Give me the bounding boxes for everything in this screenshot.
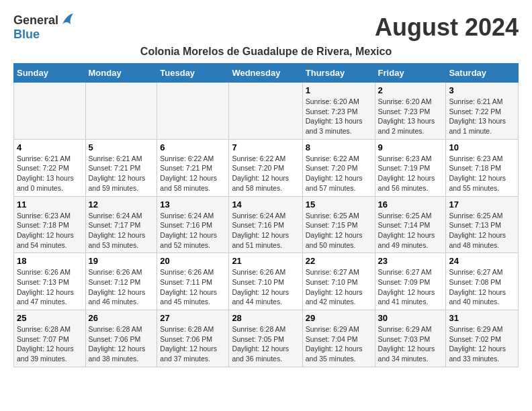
day-number: 10 (449, 142, 515, 152)
day-number: 21 (232, 256, 299, 266)
day-number: 8 (306, 142, 372, 152)
subtitle: Colonia Morelos de Guadalupe de Rivera, … (13, 46, 519, 58)
calendar-cell: 12Sunrise: 6:24 AM Sunset: 7:17 PM Dayli… (85, 196, 157, 253)
day-number: 9 (378, 142, 443, 152)
calendar-cell: 6Sunrise: 6:22 AM Sunset: 7:21 PM Daylig… (157, 139, 229, 196)
day-info: Sunrise: 6:22 AM Sunset: 7:20 PM Dayligh… (306, 154, 372, 193)
calendar-cell (157, 83, 229, 140)
day-number: 22 (306, 256, 372, 266)
calendar-cell: 3Sunrise: 6:21 AM Sunset: 7:22 PM Daylig… (446, 83, 519, 140)
day-number: 3 (449, 85, 515, 95)
calendar-cell: 22Sunrise: 6:27 AM Sunset: 7:10 PM Dayli… (302, 253, 375, 310)
calendar-cell: 31Sunrise: 6:29 AM Sunset: 7:02 PM Dayli… (446, 310, 519, 367)
day-info: Sunrise: 6:25 AM Sunset: 7:15 PM Dayligh… (306, 211, 372, 250)
calendar-cell: 27Sunrise: 6:28 AM Sunset: 7:06 PM Dayli… (157, 310, 229, 367)
day-info: Sunrise: 6:22 AM Sunset: 7:20 PM Dayligh… (232, 154, 299, 193)
day-info: Sunrise: 6:26 AM Sunset: 7:10 PM Dayligh… (232, 267, 299, 307)
calendar-header-thursday: Thursday (302, 64, 375, 83)
day-info: Sunrise: 6:28 AM Sunset: 7:07 PM Dayligh… (17, 324, 83, 364)
header: General Blue August 2024 (13, 13, 519, 42)
calendar-cell: 17Sunrise: 6:25 AM Sunset: 7:13 PM Dayli… (446, 196, 519, 253)
calendar-cell: 25Sunrise: 6:28 AM Sunset: 7:07 PM Dayli… (14, 310, 86, 367)
calendar-cell: 15Sunrise: 6:25 AM Sunset: 7:15 PM Dayli… (302, 196, 375, 253)
calendar-cell: 21Sunrise: 6:26 AM Sunset: 7:10 PM Dayli… (229, 253, 302, 310)
day-info: Sunrise: 6:26 AM Sunset: 7:11 PM Dayligh… (160, 267, 226, 307)
day-number: 31 (449, 313, 515, 323)
calendar-cell: 13Sunrise: 6:24 AM Sunset: 7:16 PM Dayli… (157, 196, 229, 253)
day-number: 27 (160, 313, 226, 323)
day-info: Sunrise: 6:28 AM Sunset: 7:06 PM Dayligh… (89, 324, 154, 364)
calendar-week-row: 11Sunrise: 6:23 AM Sunset: 7:18 PM Dayli… (14, 196, 519, 253)
day-info: Sunrise: 6:25 AM Sunset: 7:13 PM Dayligh… (449, 211, 515, 250)
day-info: Sunrise: 6:23 AM Sunset: 7:19 PM Dayligh… (378, 154, 443, 193)
calendar-cell: 29Sunrise: 6:29 AM Sunset: 7:04 PM Dayli… (302, 310, 375, 367)
calendar-header-monday: Monday (85, 64, 157, 83)
calendar-header-sunday: Sunday (14, 64, 86, 83)
calendar-cell: 20Sunrise: 6:26 AM Sunset: 7:11 PM Dayli… (157, 253, 229, 310)
calendar-table: SundayMondayTuesdayWednesdayThursdayFrid… (13, 63, 519, 367)
day-number: 17 (449, 199, 515, 210)
day-info: Sunrise: 6:28 AM Sunset: 7:06 PM Dayligh… (160, 324, 226, 364)
calendar-cell: 23Sunrise: 6:27 AM Sunset: 7:09 PM Dayli… (375, 253, 446, 310)
day-number: 11 (17, 199, 83, 210)
day-number: 6 (160, 142, 226, 152)
calendar-cell: 16Sunrise: 6:25 AM Sunset: 7:14 PM Dayli… (375, 196, 446, 253)
calendar-cell: 19Sunrise: 6:26 AM Sunset: 7:12 PM Dayli… (85, 253, 157, 310)
calendar-header-wednesday: Wednesday (229, 64, 302, 83)
calendar-cell: 9Sunrise: 6:23 AM Sunset: 7:19 PM Daylig… (375, 139, 446, 196)
calendar-week-row: 18Sunrise: 6:26 AM Sunset: 7:13 PM Dayli… (14, 253, 519, 310)
day-info: Sunrise: 6:26 AM Sunset: 7:13 PM Dayligh… (17, 267, 83, 307)
calendar-header-friday: Friday (375, 64, 446, 83)
calendar-cell: 2Sunrise: 6:20 AM Sunset: 7:23 PM Daylig… (375, 83, 446, 140)
day-number: 28 (232, 313, 299, 323)
calendar-cell (14, 83, 86, 140)
day-number: 13 (160, 199, 226, 210)
logo-blue: Blue (13, 28, 40, 42)
calendar-cell: 24Sunrise: 6:27 AM Sunset: 7:08 PM Dayli… (446, 253, 519, 310)
day-info: Sunrise: 6:29 AM Sunset: 7:04 PM Dayligh… (306, 324, 372, 364)
day-number: 20 (160, 256, 226, 266)
day-info: Sunrise: 6:28 AM Sunset: 7:05 PM Dayligh… (232, 324, 299, 364)
calendar-cell (85, 83, 157, 140)
calendar-cell: 7Sunrise: 6:22 AM Sunset: 7:20 PM Daylig… (229, 139, 302, 196)
day-info: Sunrise: 6:27 AM Sunset: 7:10 PM Dayligh… (306, 267, 372, 307)
calendar-week-row: 4Sunrise: 6:21 AM Sunset: 7:22 PM Daylig… (14, 139, 519, 196)
calendar-cell: 5Sunrise: 6:21 AM Sunset: 7:21 PM Daylig… (85, 139, 157, 196)
day-info: Sunrise: 6:22 AM Sunset: 7:21 PM Dayligh… (160, 154, 226, 193)
calendar-week-row: 25Sunrise: 6:28 AM Sunset: 7:07 PM Dayli… (14, 310, 519, 367)
day-number: 15 (306, 199, 372, 210)
calendar-cell: 1Sunrise: 6:20 AM Sunset: 7:23 PM Daylig… (302, 83, 375, 140)
day-info: Sunrise: 6:24 AM Sunset: 7:16 PM Dayligh… (160, 211, 226, 250)
day-number: 7 (232, 142, 299, 152)
day-info: Sunrise: 6:27 AM Sunset: 7:08 PM Dayligh… (449, 267, 515, 307)
day-info: Sunrise: 6:24 AM Sunset: 7:17 PM Dayligh… (89, 211, 154, 250)
calendar-week-row: 1Sunrise: 6:20 AM Sunset: 7:23 PM Daylig… (14, 83, 519, 140)
day-number: 18 (17, 256, 83, 266)
day-info: Sunrise: 6:20 AM Sunset: 7:23 PM Dayligh… (306, 97, 372, 136)
day-number: 25 (17, 313, 83, 323)
calendar-cell: 14Sunrise: 6:24 AM Sunset: 7:16 PM Dayli… (229, 196, 302, 253)
day-number: 2 (378, 85, 443, 95)
day-number: 19 (89, 256, 154, 266)
calendar-header-row: SundayMondayTuesdayWednesdayThursdayFrid… (14, 64, 519, 83)
day-number: 1 (306, 85, 372, 95)
logo: General Blue (13, 13, 75, 42)
day-info: Sunrise: 6:23 AM Sunset: 7:18 PM Dayligh… (17, 211, 83, 250)
calendar-cell: 10Sunrise: 6:23 AM Sunset: 7:18 PM Dayli… (446, 139, 519, 196)
day-info: Sunrise: 6:23 AM Sunset: 7:18 PM Dayligh… (449, 154, 515, 193)
main-title: August 2024 (375, 13, 519, 42)
day-number: 24 (449, 256, 515, 266)
calendar-cell: 18Sunrise: 6:26 AM Sunset: 7:13 PM Dayli… (14, 253, 86, 310)
day-info: Sunrise: 6:25 AM Sunset: 7:14 PM Dayligh… (378, 211, 443, 250)
day-info: Sunrise: 6:21 AM Sunset: 7:21 PM Dayligh… (89, 154, 154, 193)
day-number: 12 (89, 199, 154, 210)
day-info: Sunrise: 6:21 AM Sunset: 7:22 PM Dayligh… (17, 154, 83, 193)
day-info: Sunrise: 6:29 AM Sunset: 7:03 PM Dayligh… (378, 324, 443, 364)
calendar-cell (229, 83, 302, 140)
calendar-cell: 11Sunrise: 6:23 AM Sunset: 7:18 PM Dayli… (14, 196, 86, 253)
day-number: 14 (232, 199, 299, 210)
calendar-cell: 8Sunrise: 6:22 AM Sunset: 7:20 PM Daylig… (302, 139, 375, 196)
day-info: Sunrise: 6:27 AM Sunset: 7:09 PM Dayligh… (378, 267, 443, 307)
day-number: 26 (89, 313, 154, 323)
day-number: 16 (378, 199, 443, 210)
